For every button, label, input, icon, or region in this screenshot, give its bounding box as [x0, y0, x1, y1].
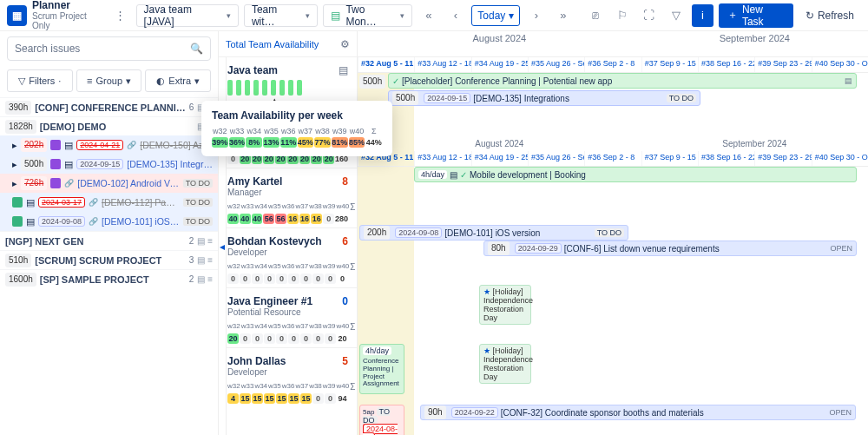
project-row-actions[interactable]: ▤ ≡ [197, 236, 213, 246]
task-bar[interactable]: 4h/day ▤ ✓ Mobile development | Booking [414, 167, 857, 182]
week-column[interactable]: #38 Sep 16 - 22 [698, 151, 754, 166]
week-column[interactable]: #36 Sep 2 - 8 [584, 57, 641, 72]
week-cell[interactable]: 40 [252, 214, 263, 224]
week-cell[interactable]: 40 [227, 214, 239, 224]
week-cell[interactable]: 0 [312, 393, 324, 404]
week-cell[interactable]: 0 [312, 333, 324, 344]
week-column[interactable]: #38 Sep 16 - 22 [698, 57, 754, 72]
issue-row[interactable]: ▸ 202h ▤ 2024-04-21 🔗 [DEMO-150] Azure M… [0, 135, 218, 155]
project-row-actions[interactable]: ▤ ≡ [197, 255, 213, 265]
week-cell[interactable]: 16 [287, 214, 299, 224]
week-cell[interactable]: 0 [276, 333, 287, 344]
flag-icon[interactable]: ⚐ [611, 4, 633, 27]
timeline-body[interactable]: 500h ✓ [Placeholder] Conference Planning… [358, 73, 868, 435]
project-row-actions[interactable]: ▤ ≡ [197, 274, 213, 284]
range-select[interactable]: ▤ Two Mon… ▾ [323, 4, 412, 27]
task-bar[interactable]: 90h 2024-09-22 [CONF-32] Coordinate spon… [420, 405, 856, 420]
nav-first-button[interactable]: « [418, 4, 439, 27]
week-cell[interactable]: 0 [312, 274, 324, 284]
issue-row[interactable]: ▸ 726h 🔗 [DEMO-102] Android Version TO D… [0, 174, 218, 193]
gear-icon[interactable]: ⚙ [340, 38, 350, 50]
week-cell[interactable]: 56 [263, 214, 274, 224]
week-cell[interactable]: 15 [276, 393, 287, 404]
week-column[interactable]: #35 Aug 26 - Se [528, 57, 584, 72]
week-cell[interactable]: 0 [227, 274, 239, 284]
project-row[interactable]: 1600h [SP] SAMPLE PROJECT 2 ▤ ≡ [0, 269, 218, 288]
team-select[interactable]: Java team [JAVA] ▾ [136, 4, 239, 27]
filter-icon[interactable]: ▽ [665, 4, 687, 27]
week-column[interactable]: #32 Aug 5 - 11 [358, 57, 414, 72]
week-column[interactable]: #39 Sep 23 - 29 [754, 57, 811, 72]
app-menu-caret[interactable]: ⋮ [109, 4, 131, 27]
week-column[interactable]: #35 Aug 26 - Se [528, 151, 584, 166]
week-column[interactable]: #37 Sep 9 - 15 [641, 57, 698, 72]
task-bar[interactable]: ✓ [Placeholder] Conference Planning | Po… [388, 73, 857, 89]
issue-row[interactable]: ▤ 2024-09-08 🔗 [DEMO-101] iOS version TO… [0, 212, 218, 231]
week-cell[interactable]: 16 [311, 214, 322, 224]
week-cell[interactable]: 20 [227, 333, 239, 344]
search-input[interactable]: Search issues 🔍 [7, 36, 211, 61]
week-column[interactable]: #33 Aug 12 - 18 [414, 57, 470, 72]
week-cell[interactable]: 4 [227, 393, 239, 404]
week-cell[interactable]: 0 [240, 333, 251, 344]
task-bar[interactable]: 500h 2024-09-15 [DEMO-135] Integrations … [388, 90, 700, 106]
task-bar[interactable]: 4h/day Conference Planning | Project Ass… [359, 344, 404, 394]
week-cell[interactable]: 15 [264, 393, 275, 404]
nav-prev-button[interactable]: ‹ [444, 4, 466, 27]
week-cell[interactable]: 0 [325, 393, 336, 404]
filters-button[interactable]: ▽ Filters · [7, 69, 73, 92]
project-row[interactable]: 510h [SCRUM] SCRUM PROJECT 3 ▤ ≡ [0, 250, 218, 269]
issue-row[interactable]: ▸ 500h ▤ 2024-09-15 [DEMO-135] Integrati… [0, 155, 218, 174]
expand-icon[interactable]: ▸ [12, 178, 17, 189]
week-cell[interactable]: 0 [325, 274, 336, 284]
week-cell[interactable]: 0 [323, 214, 334, 224]
week-cell[interactable]: 0 [264, 274, 275, 284]
week-cell[interactable]: 40 [240, 214, 251, 224]
week-cell[interactable]: 0 [252, 274, 263, 284]
week-cell[interactable]: 0 [288, 274, 299, 284]
more-icon[interactable]: ▤ [845, 76, 852, 85]
project-row[interactable]: 1828h [DEMO] DEMO ▤ ≡ [0, 116, 218, 135]
week-cell[interactable]: 0 [300, 333, 312, 344]
project-row[interactable]: 390h [CONF] CONFERENCE PLANNING 6 ▤ ≡ [0, 97, 218, 116]
extra-button[interactable]: ◐ Extra ▾ [145, 69, 211, 92]
task-bar[interactable]: 200h 2024-09-08 [DEMO-101] iOS version T… [359, 225, 628, 241]
week-cell[interactable]: 15 [300, 393, 312, 404]
week-cell[interactable]: 0 [288, 333, 299, 344]
calendar-icon[interactable]: ▤ [339, 64, 348, 76]
team-filter-select[interactable]: Team wit… ▾ [244, 4, 318, 27]
week-cell[interactable]: 0 [276, 274, 287, 284]
week-cell[interactable]: 0 [325, 333, 336, 344]
week-cell[interactable]: 0 [252, 333, 263, 344]
project-row[interactable]: [NGP] NEXT GEN 2 ▤ ≡ [0, 231, 218, 250]
info-icon[interactable]: i [692, 4, 713, 27]
week-cell[interactable]: 15 [288, 393, 299, 404]
week-column[interactable]: #34 Aug 19 - 25 [471, 57, 528, 72]
week-cell[interactable]: 56 [275, 214, 286, 224]
week-column[interactable]: #40 Sep 30 - Oc [812, 151, 868, 166]
week-cell[interactable]: 16 [299, 214, 311, 224]
issue-row[interactable]: ▤ 2024-03-17 🔗 [DEMO-112] Payment module… [0, 193, 218, 212]
refresh-button[interactable]: ↻ Refresh [799, 3, 861, 28]
week-cell[interactable]: 15 [252, 393, 263, 404]
week-column[interactable]: #39 Sep 23 - 29 [754, 151, 811, 166]
nav-last-button[interactable]: » [552, 4, 574, 27]
new-task-button[interactable]: ＋ New Task [719, 3, 793, 28]
week-cell[interactable]: 0 [300, 274, 312, 284]
week-column[interactable]: #33 Aug 12 - 18 [414, 151, 470, 166]
today-button[interactable]: Today ▾ [471, 5, 520, 26]
task-bar[interactable]: 5ap TO DO 2024-08-08 [SCRUM-57] Add a cr… [359, 405, 404, 435]
nav-next-button[interactable]: › [525, 4, 547, 27]
week-column[interactable]: #40 Sep 30 - Oc [812, 57, 868, 72]
week-column[interactable]: #37 Sep 9 - 15 [641, 151, 698, 166]
week-cell[interactable]: 0 [264, 333, 275, 344]
week-column[interactable]: #34 Aug 19 - 25 [471, 151, 528, 166]
group-button[interactable]: ≡ Group ▾ [76, 69, 142, 92]
scan-icon[interactable]: ⎚ [584, 4, 606, 27]
week-column[interactable]: #36 Sep 2 - 8 [584, 151, 641, 166]
week-cell[interactable]: 15 [240, 393, 251, 404]
expand-icon[interactable]: ▸ [12, 159, 17, 170]
expand-icon[interactable]: ▸ [12, 140, 17, 151]
task-bar[interactable]: 80h 2024-09-29 [CONF-6] List down venue … [483, 241, 857, 256]
week-cell[interactable]: 0 [240, 274, 251, 284]
